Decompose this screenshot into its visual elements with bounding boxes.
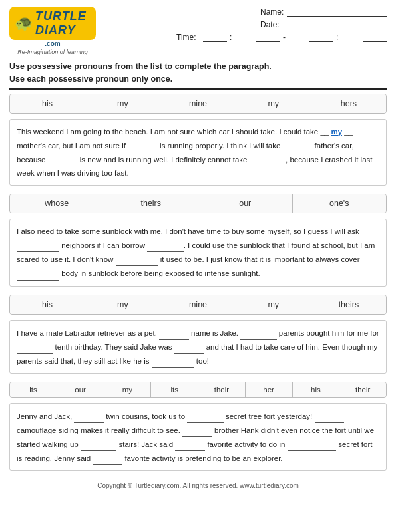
date-label: Date: — [260, 20, 284, 29]
word-my-2: my — [236, 94, 311, 113]
word-our-2: our — [57, 382, 104, 397]
blank-2-2: _ _ _ _ _ _ — [147, 238, 183, 252]
blank-4-6: _ _ _ _ _ — [175, 437, 205, 451]
blank-3-4: _ _ _ _ _ — [174, 340, 204, 354]
name-label: Name: — [260, 7, 284, 17]
paragraph-2: I also need to take some sunblock with m… — [9, 219, 387, 287]
blank-1-4: _ _ _ _ _ _ — [250, 152, 286, 166]
blank-4-5: _ _ _ _ _ _ — [81, 437, 116, 451]
paragraph-4: Jenny and Jack, _ _ _ _ _ twin cousins, … — [9, 403, 387, 471]
word-bank-4: its our my its their her his their — [9, 382, 387, 398]
blank-2-3: _ _ _ _ _ _ _ — [116, 252, 158, 266]
blank-3-3: _ _ _ _ _ _ — [17, 340, 53, 354]
word-my-3: my — [85, 295, 160, 314]
time-m1 — [256, 32, 280, 42]
name-line: Name: — [260, 7, 387, 17]
word-his-2: his — [10, 295, 85, 314]
time-line: Time: : - : — [176, 32, 387, 42]
blank-3-2: _ _ _ _ _ _ — [240, 326, 276, 340]
footer-text: Copyright © Turtlediary.com. All rights … — [97, 482, 299, 489]
instructions: Use possessive pronouns from the list to… — [9, 61, 387, 90]
blank-3-5: _ _ _ _ _ _ _ — [152, 354, 194, 368]
blank-4-2: _ _ _ _ _ _ — [187, 409, 223, 423]
blank-4-1: _ _ _ _ _ — [74, 409, 104, 423]
word-their-1: their — [198, 382, 246, 397]
logo-tagline: Re-Imagination of learning — [17, 49, 88, 55]
blank-4-4: _ _ _ _ _ — [182, 423, 212, 437]
time-h2 — [309, 32, 333, 42]
instruction-line2: Use each possessive pronoun only once. — [9, 73, 387, 86]
word-whose-1: whose — [10, 194, 104, 213]
date-underline — [287, 19, 387, 29]
form-area: Name: Date: Time: : - : — [176, 7, 387, 42]
logo-text: TURTLE DIARY — [35, 9, 91, 37]
logo-area: 🐢 TURTLE DIARY .com Re-Imagination of le… — [9, 7, 96, 55]
word-hers-1: hers — [311, 94, 386, 113]
paragraph-3: I have a male Labrador retriever as a pe… — [9, 320, 387, 374]
time-h1 — [203, 32, 227, 42]
word-its-1: its — [10, 382, 57, 397]
blank-1-2: _ _ _ _ _ — [283, 138, 313, 152]
time-label: Time: — [176, 33, 200, 42]
logo-box: 🐢 TURTLE DIARY — [9, 7, 96, 40]
word-mine-1: mine — [160, 94, 236, 113]
blank-2-1: _ _ _ _ _ _ _ — [17, 238, 59, 252]
blank-1-3: _ _ _ _ _ — [48, 152, 78, 166]
date-line: Date: — [260, 19, 387, 29]
word-bank-1: his my mine my hers — [9, 94, 387, 114]
turtle-icon: 🐢 — [15, 15, 33, 32]
word-my-5: my — [104, 382, 152, 397]
word-my-4: my — [236, 295, 311, 314]
word-her-1: her — [246, 382, 293, 397]
blank-2-4: _ _ _ _ _ _ _ — [17, 266, 59, 280]
word-mine-2: mine — [160, 295, 236, 314]
word-his-3: his — [293, 382, 340, 397]
word-ones-1: one's — [293, 194, 387, 213]
header: 🐢 TURTLE DIARY .com Re-Imagination of le… — [9, 7, 387, 55]
blank-4-3: _ _ _ _ _ — [315, 409, 345, 423]
logo-com: .com — [45, 40, 60, 47]
time-m2 — [363, 32, 387, 42]
word-my-1: my — [85, 94, 160, 113]
word-its-2: its — [151, 382, 198, 397]
blank-4-8: _ _ _ _ _ — [93, 451, 122, 465]
blank-3-1: _ _ _ _ _ — [159, 326, 189, 340]
footer: Copyright © Turtlediary.com. All rights … — [9, 479, 387, 489]
answer-my-1: my — [331, 128, 342, 136]
word-bank-2: whose theirs our one's — [9, 194, 387, 213]
word-their-2: their — [339, 382, 386, 397]
word-bank-3: his my mine my theirs — [9, 295, 387, 315]
blank-4-7: _ _ _ _ _ _ _ _ — [288, 437, 337, 451]
instruction-line1: Use possessive pronouns from the list to… — [9, 61, 387, 73]
word-his-1: his — [10, 94, 85, 113]
name-underline — [287, 7, 387, 17]
word-theirs-1: theirs — [104, 194, 199, 213]
paragraph-1: This weekend I am going to the beach. I … — [9, 119, 387, 186]
blank-1-1: _ _ _ _ _ — [128, 138, 158, 152]
word-our-1: our — [198, 194, 293, 213]
word-theirs-2: theirs — [311, 295, 386, 314]
